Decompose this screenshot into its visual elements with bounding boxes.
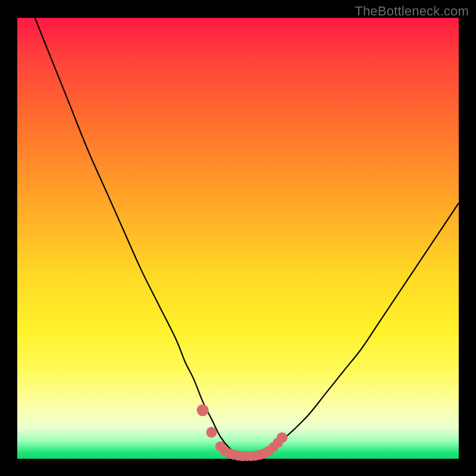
valley-marker <box>197 404 209 416</box>
chart-frame: TheBottleneck.com <box>0 0 476 476</box>
bottleneck-curve <box>35 18 459 456</box>
valley-markers <box>197 404 288 461</box>
plot-area <box>17 18 459 459</box>
valley-marker <box>277 432 287 443</box>
valley-marker <box>206 427 217 438</box>
chart-svg <box>17 18 459 459</box>
watermark-text: TheBottleneck.com <box>355 4 469 19</box>
